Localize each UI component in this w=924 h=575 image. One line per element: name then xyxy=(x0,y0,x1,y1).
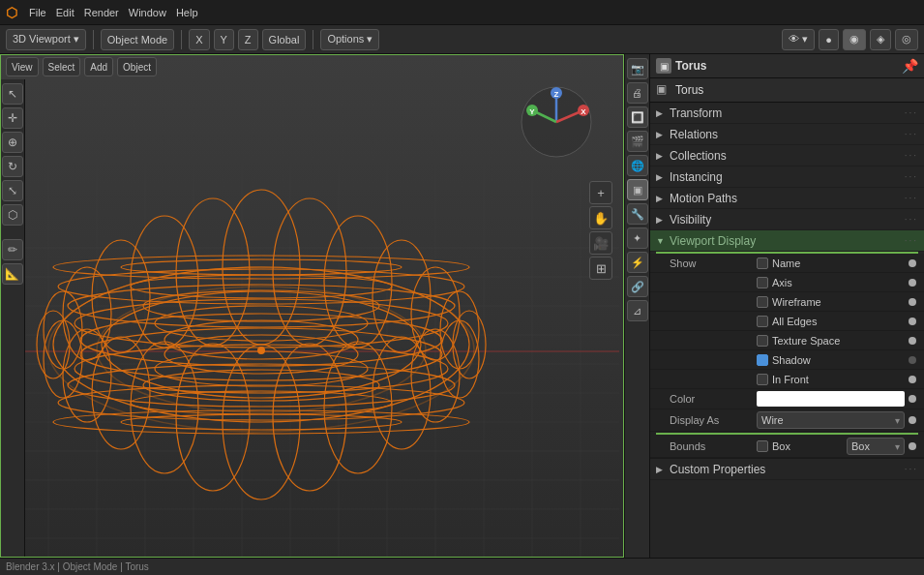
color-field[interactable] xyxy=(757,391,905,407)
add-menu-btn[interactable]: Add xyxy=(84,57,113,76)
bounds-dot[interactable] xyxy=(909,442,916,450)
all-edges-dot[interactable] xyxy=(909,318,916,325)
axis-checkbox[interactable] xyxy=(757,277,768,288)
section-label-instancing: Instancing xyxy=(670,170,905,184)
section-viewport-display[interactable]: ▼ Viewport Display ··· xyxy=(650,230,924,252)
move-tool-btn[interactable]: ⊕ xyxy=(2,132,23,153)
display-as-dropdown[interactable]: Wire ▾ xyxy=(757,411,905,429)
menu-help[interactable]: Help xyxy=(172,7,202,18)
viewport-shading-solid[interactable]: ● xyxy=(819,29,839,50)
texture-space-checkbox-wrap[interactable]: Texture Space xyxy=(757,335,905,347)
all-edges-checkbox-wrap[interactable]: All Edges xyxy=(757,316,905,327)
menu-render[interactable]: Render xyxy=(80,7,123,18)
rotate-tool-btn[interactable]: ↻ xyxy=(2,156,23,177)
cursor-tool-btn[interactable]: ✛ xyxy=(2,107,23,129)
texture-space-checkbox[interactable] xyxy=(757,335,768,347)
display-as-dot[interactable] xyxy=(909,416,916,424)
in-front-cb-label: In Front xyxy=(772,374,809,385)
viewport-overlay-btn[interactable]: 👁 ▾ xyxy=(782,29,815,50)
viewport-shading-wire[interactable]: ◉ xyxy=(843,29,866,50)
all-edges-checkbox[interactable] xyxy=(757,316,768,327)
viewport-shading-material[interactable]: ◎ xyxy=(895,29,918,50)
in-front-controls: In Front xyxy=(757,374,916,385)
object-type-icon: ▣ xyxy=(656,82,671,98)
section-dots-motion-paths: ··· xyxy=(905,193,918,203)
name-dot[interactable] xyxy=(909,259,916,267)
menu-file[interactable]: File xyxy=(25,7,50,18)
options-btn[interactable]: Options ▾ xyxy=(320,29,379,50)
object-selector[interactable]: ▣ Torus xyxy=(650,78,924,103)
section-dots-relations: ··· xyxy=(905,129,918,139)
wireframe-checkbox[interactable] xyxy=(757,296,768,308)
axis-x-btn[interactable]: X xyxy=(189,29,209,50)
bounds-dropdown[interactable]: Box ▾ xyxy=(847,438,905,455)
output-props-btn[interactable]: 🖨 xyxy=(627,82,648,104)
object-props-btn[interactable]: ▣ xyxy=(627,179,648,200)
in-front-checkbox-wrap[interactable]: In Front xyxy=(757,374,905,385)
render-props-btn[interactable]: 📷 xyxy=(627,58,648,79)
section-relations[interactable]: ▶ Relations ··· xyxy=(650,124,924,145)
constraints-btn[interactable]: 🔗 xyxy=(627,276,648,297)
panel-pin-btn[interactable]: 📌 xyxy=(902,58,918,74)
top-toolbar: 3D Viewport ▾ Object Mode X Y Z Global O… xyxy=(0,25,924,54)
bounds-checkbox[interactable] xyxy=(757,440,768,452)
viewport-canvas: View Select Add Object Z Y xyxy=(0,54,624,558)
axis-z-btn[interactable]: Z xyxy=(238,29,258,50)
select-menu-btn[interactable]: Select xyxy=(43,57,81,76)
camera-btn[interactable]: 🎥 xyxy=(589,231,612,255)
texture-space-dot[interactable] xyxy=(909,337,916,345)
measure-tool-btn[interactable]: 📐 xyxy=(2,263,23,285)
pan-btn[interactable]: ✋ xyxy=(589,206,612,229)
in-front-checkbox[interactable] xyxy=(757,374,768,385)
section-visibility[interactable]: ▶ Visibility ··· xyxy=(650,209,924,230)
panel-header-icon: ▣ xyxy=(656,58,671,74)
axis-y-btn[interactable]: Y xyxy=(214,29,234,50)
menu-edit[interactable]: Edit xyxy=(52,7,78,18)
shadow-checkbox[interactable] xyxy=(757,354,768,366)
section-motion-paths[interactable]: ▶ Motion Paths ··· xyxy=(650,188,924,209)
navigation-gizmo[interactable]: Z Y X xyxy=(518,83,595,161)
scale-tool-btn[interactable]: ⤡ xyxy=(2,180,23,201)
zoom-in-btn[interactable]: + xyxy=(589,181,612,204)
section-custom-properties[interactable]: ▶ Custom Properties ··· xyxy=(650,459,924,480)
section-transform[interactable]: ▶ Transform ··· xyxy=(650,103,924,124)
section-dots-visibility: ··· xyxy=(905,214,918,225)
viewport[interactable]: View Select Add Object Z Y xyxy=(0,54,624,558)
wireframe-dot[interactable] xyxy=(909,298,916,306)
scene-btn[interactable]: 🎬 xyxy=(627,131,648,152)
physics-btn[interactable]: ⚡ xyxy=(627,252,648,273)
wireframe-checkbox-wrap[interactable]: Wireframe xyxy=(757,296,905,308)
particles-btn[interactable]: ✦ xyxy=(627,227,648,249)
axis-cb-label: Axis xyxy=(772,277,792,288)
section-instancing[interactable]: ▶ Instancing ··· xyxy=(650,166,924,188)
view-layer-btn[interactable]: 🔳 xyxy=(627,106,648,128)
menu-window[interactable]: Window xyxy=(125,7,170,18)
axis-checkbox-wrap[interactable]: Axis xyxy=(757,277,905,288)
annotate-tool-btn[interactable]: ✏ xyxy=(2,239,23,260)
transform-tool-btn[interactable]: ⬡ xyxy=(2,204,23,226)
global-btn[interactable]: Global xyxy=(262,29,307,50)
shadow-checkbox-wrap[interactable]: Shadow xyxy=(757,354,905,366)
modifier-btn[interactable]: 🔧 xyxy=(627,203,648,225)
world-btn[interactable]: 🌐 xyxy=(627,155,648,176)
name-checkbox-wrap[interactable]: Name xyxy=(757,257,905,269)
select-tool-btn[interactable]: ↖ xyxy=(2,83,23,105)
mode-select[interactable]: Object Mode xyxy=(101,29,174,50)
all-edges-cb-label: All Edges xyxy=(772,316,817,327)
in-front-dot[interactable] xyxy=(909,376,916,383)
data-props-btn[interactable]: ⊿ xyxy=(627,300,648,321)
show-label: Show xyxy=(670,257,757,269)
header-menus: File Edit Render Window Help xyxy=(25,7,202,18)
object-menu-btn[interactable]: Object xyxy=(117,57,157,76)
section-collections[interactable]: ▶ Collections ··· xyxy=(650,145,924,166)
name-checkbox[interactable] xyxy=(757,257,768,269)
bounds-checkbox-wrap[interactable]: Box xyxy=(757,440,843,452)
color-dot[interactable] xyxy=(909,395,916,403)
editor-type-btn[interactable]: 3D Viewport ▾ xyxy=(6,29,86,50)
grid-view-btn[interactable]: ⊞ xyxy=(589,257,612,280)
section-arrow-relations: ▶ xyxy=(656,130,670,139)
shadow-dot[interactable] xyxy=(909,356,916,364)
view-menu-btn[interactable]: View xyxy=(6,57,39,76)
axis-dot[interactable] xyxy=(909,279,916,287)
viewport-shading-rendered[interactable]: ◈ xyxy=(870,29,891,50)
